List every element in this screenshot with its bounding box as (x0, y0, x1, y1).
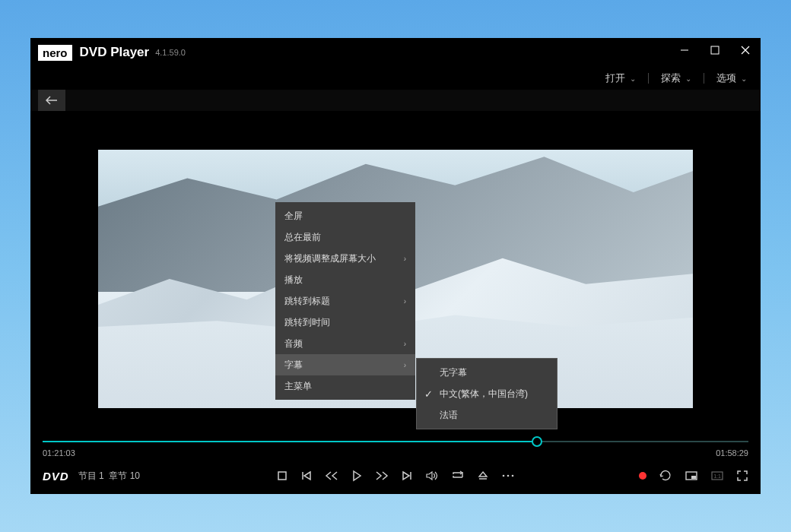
menu-explore[interactable]: 探索⌄ (661, 71, 691, 85)
video-area[interactable]: 全屏 总在最前 将视频调整成屏幕大小› 播放 跳转到标题› 跳转到时间 音频› … (30, 111, 761, 433)
back-button[interactable] (38, 90, 65, 111)
divider (704, 73, 704, 84)
chevron-right-icon: › (404, 297, 406, 306)
back-row (30, 90, 761, 111)
logo: nero (38, 45, 72, 61)
pip-button[interactable] (685, 470, 698, 482)
menubar: 打开⌄ 探索⌄ 选项⌄ (30, 67, 761, 90)
check-icon: ✓ (424, 388, 433, 400)
next-button[interactable] (401, 470, 413, 482)
center-controls (276, 470, 515, 482)
record-button[interactable] (639, 472, 646, 480)
context-menu: 全屏 总在最前 将视频调整成屏幕大小› 播放 跳转到标题› 跳转到时间 音频› … (275, 202, 415, 400)
elapsed-time: 01:21:03 (43, 448, 75, 458)
svg-rect-11 (691, 476, 696, 479)
progress-handle[interactable] (532, 436, 542, 447)
rewind-button[interactable] (325, 470, 338, 482)
right-controls: 1:1 (639, 470, 748, 482)
ctx-audio[interactable]: 音频› (275, 333, 415, 354)
chevron-down-icon: ⌄ (630, 74, 636, 83)
more-button[interactable] (501, 470, 515, 482)
chevron-right-icon: › (404, 361, 406, 369)
svg-point-8 (507, 475, 510, 477)
progress-fill (43, 441, 537, 442)
ctx-goto-time[interactable]: 跳转到时间 (275, 312, 415, 333)
svg-text:1:1: 1:1 (713, 473, 721, 479)
maximize-button[interactable] (700, 40, 730, 61)
svg-rect-1 (711, 46, 719, 54)
prev-button[interactable] (300, 470, 313, 482)
svg-rect-4 (278, 472, 286, 480)
divider (648, 73, 649, 84)
title-label: 节目 1 (78, 470, 104, 481)
progress-bar[interactable] (43, 441, 748, 442)
menu-options[interactable]: 选项⌄ (716, 71, 747, 85)
ctx-subtitles[interactable]: 字幕› (275, 354, 415, 375)
subtitle-submenu: 无字幕 ✓中文(繁体，中国台湾) 法语 (416, 358, 558, 429)
fullscreen-button[interactable] (736, 470, 748, 482)
ctx-fit-video[interactable]: 将视频调整成屏幕大小› (275, 248, 415, 269)
eject-button[interactable] (477, 470, 489, 482)
menu-open-label: 打开 (605, 71, 625, 85)
app-version: 4.1.59.0 (155, 48, 186, 57)
ctx-goto-title[interactable]: 跳转到标题› (275, 290, 415, 312)
progress-area: 01:21:03 01:58:29 (30, 433, 761, 459)
chevron-down-icon: ⌄ (741, 74, 747, 83)
volume-button[interactable] (425, 470, 439, 482)
ctx-main-menu[interactable]: 主菜单 (275, 375, 415, 397)
window-controls (669, 38, 761, 62)
svg-point-7 (503, 475, 505, 477)
forward-button[interactable] (375, 470, 389, 482)
app-title: DVD Player (80, 45, 150, 60)
aspect-button[interactable]: 1:1 (710, 470, 724, 482)
app-window: nero DVD Player 4.1.59.0 打开⌄ 探索⌄ 选项⌄ 全屏 … (30, 38, 761, 494)
sub-none[interactable]: 无字幕 (417, 362, 557, 383)
titlebar: nero DVD Player 4.1.59.0 (30, 38, 761, 67)
play-button[interactable] (351, 470, 363, 482)
track-info: 节目 1 章节 10 (78, 470, 140, 483)
menu-open[interactable]: 打开⌄ (605, 71, 636, 85)
sub-zh-tw[interactable]: ✓中文(繁体，中国台湾) (417, 383, 557, 404)
ctx-play[interactable]: 播放 (275, 269, 415, 290)
chevron-right-icon: › (404, 255, 406, 263)
arrow-left-icon (46, 96, 58, 105)
chevron-right-icon: › (404, 340, 406, 348)
time-row: 01:21:03 01:58:29 (43, 448, 748, 458)
record-icon (639, 472, 646, 480)
sub-fr[interactable]: 法语 (417, 404, 557, 426)
menu-options-label: 选项 (716, 71, 736, 85)
ctx-always-on-top[interactable]: 总在最前 (275, 226, 415, 248)
chapter-label: 章节 10 (109, 470, 140, 481)
control-bar: DVD 节目 1 章节 10 1:1 (30, 459, 761, 492)
disc-label: DVD (43, 470, 69, 483)
chevron-down-icon: ⌄ (685, 74, 691, 83)
stop-button[interactable] (276, 470, 288, 482)
close-button[interactable] (730, 40, 761, 61)
svg-point-9 (512, 475, 514, 477)
menu-explore-label: 探索 (661, 71, 681, 85)
ctx-fullscreen[interactable]: 全屏 (275, 205, 415, 226)
total-time: 01:58:29 (716, 448, 748, 458)
repeat-button[interactable] (451, 470, 465, 482)
rotate-button[interactable] (659, 470, 672, 482)
minimize-button[interactable] (669, 40, 700, 61)
